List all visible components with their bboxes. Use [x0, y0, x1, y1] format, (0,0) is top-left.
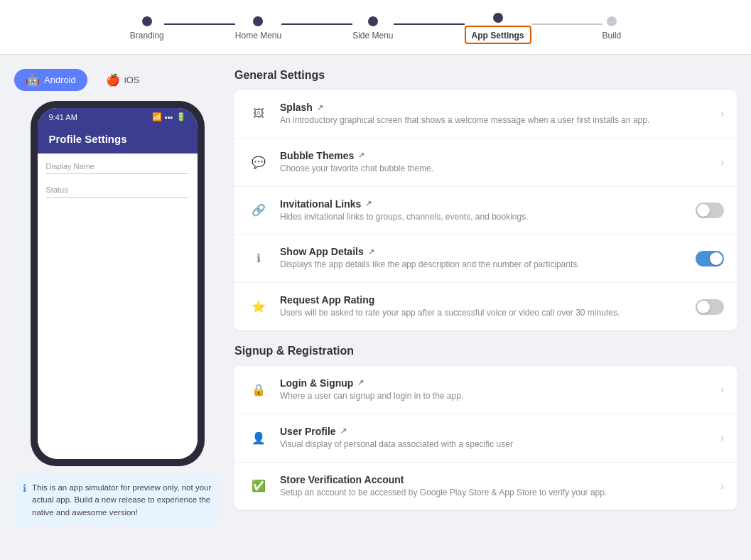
- step-home-menu[interactable]: Home Menu: [235, 16, 281, 41]
- app-details-icon-wrap: ℹ: [247, 247, 270, 270]
- inv-links-toggle[interactable]: [696, 203, 724, 218]
- setting-row-user-profile[interactable]: 👤 User Profile ↗ Visual display of perso…: [234, 414, 737, 463]
- step-app-settings[interactable]: App Settings: [465, 13, 531, 44]
- store-verification-chevron: ›: [720, 480, 724, 492]
- splash-icon-wrap: 🖼: [247, 102, 270, 125]
- phone-frame: 9:41 AM 📶 ▪▪▪ 🔋 Profile Settings Display…: [31, 101, 205, 466]
- login-signup-control: ›: [720, 384, 724, 395]
- general-settings-title: General Settings: [234, 69, 737, 82]
- splash-control: ›: [720, 108, 724, 119]
- step-line-2: [281, 23, 352, 25]
- splash-desc: An introductory graphical screen that sh…: [280, 114, 712, 126]
- ios-label: iOS: [124, 75, 140, 85]
- step-dot-home-menu: [253, 16, 263, 26]
- bubble-icon-wrap: 💬: [247, 151, 270, 173]
- battery-icon: 🔋: [176, 112, 186, 122]
- step-dot-build: [607, 16, 617, 26]
- phone-panel: 🤖 Android 🍎 iOS 9:41 AM 📶 ▪▪▪ 🔋: [14, 69, 220, 537]
- inv-links-icon: 🔗: [252, 203, 266, 217]
- app-details-toggle[interactable]: [696, 251, 724, 266]
- user-profile-icon-wrap: 👤: [247, 426, 270, 449]
- android-tab[interactable]: 🤖 Android: [14, 69, 87, 91]
- bubble-desc: Choose your favorite chat bubble theme.: [280, 163, 712, 175]
- signup-settings-title: Signup & Registration: [234, 345, 737, 357]
- stepper: Branding Home Menu Side Menu App Setting…: [130, 13, 621, 44]
- app-details-text: Show App Details ↗ Displays the app deta…: [280, 246, 687, 271]
- step-active-box: App Settings: [465, 26, 531, 44]
- status-icons: 📶 ▪▪▪ 🔋: [152, 112, 186, 122]
- verified-icon: ✅: [252, 479, 266, 492]
- step-line-3: [394, 23, 465, 25]
- platform-tabs: 🤖 Android 🍎 iOS: [14, 69, 220, 91]
- step-line-4: [531, 23, 603, 25]
- setting-row-store-verification[interactable]: ✅ Store Verification Account Setup an ac…: [234, 463, 737, 510]
- step-build[interactable]: Build: [603, 16, 622, 41]
- step-side-menu[interactable]: Side Menu: [352, 16, 393, 41]
- login-signup-name: Login & Signup ↗: [280, 377, 712, 389]
- signal-icon: ▪▪▪: [165, 113, 173, 122]
- app-details-ext-icon: ↗: [368, 247, 374, 257]
- phone-field-name: Display Name: [46, 162, 189, 174]
- inv-links-text: Invitational Links ↗ Hides invitational …: [280, 198, 687, 223]
- app-rating-icon: ⭐: [252, 300, 266, 313]
- user-profile-ext-icon: ↗: [340, 426, 347, 436]
- step-label-side-menu: Side Menu: [352, 31, 393, 41]
- login-signup-chevron: ›: [720, 384, 724, 395]
- step-label-branding: Branding: [130, 31, 164, 41]
- info-icon: ℹ: [23, 483, 26, 494]
- app-details-name: Show App Details ↗: [280, 246, 687, 257]
- android-label: Android: [44, 75, 76, 85]
- step-label-build: Build: [603, 31, 622, 41]
- setting-row-login-signup[interactable]: 🔒 Login & Signup ↗ Where a user can sign…: [234, 366, 737, 414]
- store-verification-text: Store Verification Account Setup an acco…: [280, 474, 712, 499]
- login-signup-ext-icon: ↗: [357, 378, 364, 387]
- bubble-ext-icon: ↗: [358, 151, 364, 160]
- info-box: ℹ This is an app simulator for preview o…: [14, 475, 220, 526]
- login-signup-desc: Where a user can signup and login in to …: [280, 390, 712, 402]
- phone-status-bar: 9:41 AM 📶 ▪▪▪ 🔋: [38, 108, 198, 126]
- setting-row-splash[interactable]: 🖼 Splash ↗ An introductory graphical scr…: [234, 90, 737, 139]
- apple-icon: 🍎: [106, 73, 120, 87]
- ios-tab[interactable]: 🍎 iOS: [94, 69, 151, 91]
- splash-ext-icon: ↗: [317, 103, 323, 112]
- app-rating-name: Request App Rating: [280, 294, 687, 306]
- phone-time: 9:41 AM: [49, 113, 77, 122]
- login-signup-icon-wrap: 🔒: [247, 378, 270, 401]
- app-rating-desc: Users will be asked to rate your app aft…: [280, 307, 687, 319]
- inv-links-name: Invitational Links ↗: [280, 198, 687, 210]
- app-rating-control[interactable]: [696, 299, 724, 315]
- wifi-icon: 📶: [152, 112, 162, 122]
- setting-row-app-rating[interactable]: ⭐ Request App Rating Users will be asked…: [234, 283, 737, 330]
- step-dot-side-menu: [368, 16, 378, 26]
- phone-body: [38, 217, 198, 459]
- person-icon: 👤: [252, 431, 266, 445]
- user-profile-name: User Profile ↗: [280, 426, 712, 437]
- app-details-toggle-knob: [710, 252, 723, 265]
- user-profile-chevron: ›: [720, 432, 724, 443]
- setting-row-bubble-themes[interactable]: 💬 Bubble Themes ↗ Choose your favorite c…: [234, 139, 737, 187]
- setting-row-app-details[interactable]: ℹ Show App Details ↗ Displays the app de…: [234, 235, 737, 283]
- setting-row-inv-links[interactable]: 🔗 Invitational Links ↗ Hides invitationa…: [234, 187, 737, 235]
- splash-chevron: ›: [720, 108, 724, 119]
- main-container: 🤖 Android 🍎 iOS 9:41 AM 📶 ▪▪▪ 🔋: [0, 55, 751, 551]
- splash-text: Splash ↗ An introductory graphical scree…: [280, 102, 712, 126]
- app-details-control[interactable]: [696, 251, 724, 266]
- lock-icon: 🔒: [252, 383, 266, 397]
- step-line-1: [164, 23, 235, 25]
- inv-links-toggle-knob: [697, 204, 710, 217]
- store-verification-control: ›: [720, 480, 724, 492]
- app-rating-toggle[interactable]: [696, 299, 724, 315]
- settings-panel: General Settings 🖼 Splash ↗ An introduct…: [234, 69, 737, 537]
- step-branding[interactable]: Branding: [130, 16, 164, 41]
- phone-inner: 9:41 AM 📶 ▪▪▪ 🔋 Profile Settings Display…: [38, 108, 198, 459]
- bubble-text: Bubble Themes ↗ Choose your favorite cha…: [280, 150, 712, 175]
- bubble-name: Bubble Themes ↗: [280, 150, 712, 161]
- app-rating-text: Request App Rating Users will be asked t…: [280, 294, 687, 319]
- phone-header: Profile Settings: [38, 126, 198, 154]
- step-label-app-settings: App Settings: [472, 31, 524, 41]
- inv-links-control[interactable]: [696, 203, 724, 218]
- signup-settings-card: 🔒 Login & Signup ↗ Where a user can sign…: [234, 366, 737, 510]
- phone-content: Display Name Status: [38, 154, 198, 217]
- app-details-desc: Displays the app details like the app de…: [280, 259, 687, 271]
- user-profile-control: ›: [720, 432, 724, 443]
